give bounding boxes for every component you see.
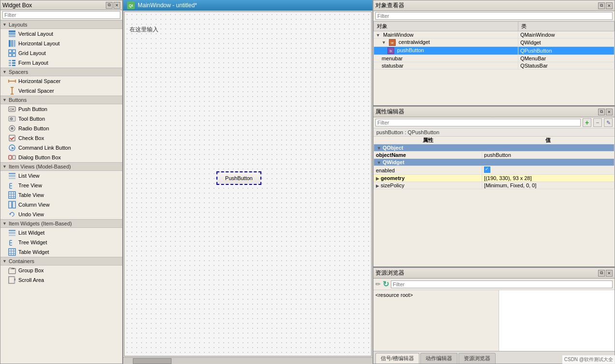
vertical-spacer-icon xyxy=(8,87,16,95)
enabled-checkbox[interactable] xyxy=(484,167,490,173)
resource-preview xyxy=(499,290,615,351)
prop-geometry-value[interactable]: [(190, 330), 93 x 28] xyxy=(482,175,615,182)
widget-box-filter-row xyxy=(0,10,122,20)
svg-rect-8 xyxy=(9,54,12,56)
widget-box-controls: ⧉ ✕ xyxy=(106,2,120,9)
property-table: 属性 值 ▼QObject objectName pushButton xyxy=(373,137,615,189)
prop-row-geometry[interactable]: ▶geometry [(190, 330), 93 x 28] xyxy=(374,175,615,182)
widget-box-close-btn[interactable]: ✕ xyxy=(114,2,120,9)
prop-add-btn[interactable]: + xyxy=(583,118,591,127)
property-editor-restore-btn[interactable]: ⧉ xyxy=(598,109,605,115)
pushbutton-icon: b xyxy=(387,47,394,54)
table-row[interactable]: b pushButton QPushButton xyxy=(374,47,615,55)
tab-resource-browser[interactable]: 资源浏览器 xyxy=(458,353,496,364)
category-item-views[interactable]: ▼ Item Views (Model-Based) xyxy=(0,162,122,171)
object-name-cell: ▼ w centralwidget xyxy=(374,39,518,47)
svg-rect-50 xyxy=(9,235,15,236)
grid-layout-label: Grid Layout xyxy=(18,50,46,56)
resource-filter-input[interactable] xyxy=(391,280,613,288)
object-inspector-filter-input[interactable] xyxy=(375,12,613,20)
tab-signal-slot[interactable]: 信号/槽编辑器 xyxy=(375,353,419,364)
widget-table-widget[interactable]: Table Widget xyxy=(0,247,122,257)
resource-content: <resource root> xyxy=(373,290,615,351)
tab-action-editor[interactable]: 动作编辑器 xyxy=(420,353,458,364)
table-row[interactable]: menubar QMenuBar xyxy=(374,55,615,62)
prop-row[interactable]: ▶sizePolicy [Minimum, Fixed, 0, 0] xyxy=(374,182,615,189)
prop-objectname-value[interactable]: pushButton xyxy=(482,152,615,159)
table-view-label: Table View xyxy=(18,192,44,198)
category-spacers[interactable]: ▼ Spacers xyxy=(0,68,122,76)
widget-push-button[interactable]: OK Push Button xyxy=(0,104,122,114)
widget-check-box[interactable]: Check Box xyxy=(0,133,122,143)
category-item-widgets[interactable]: ▼ Item Widgets (Item-Based) xyxy=(0,219,122,228)
prop-enabled-value[interactable] xyxy=(482,166,615,175)
pushbutton-widget[interactable]: PushButton xyxy=(216,171,261,185)
object-tree-table: 对象 类 ▼ MainWindow QMainWindow ▼ xyxy=(373,21,615,70)
qobject-expand-arrow: ▼ xyxy=(377,146,381,151)
widget-grid-layout[interactable]: Grid Layout xyxy=(0,48,122,58)
widget-scroll-area[interactable]: Scroll Area xyxy=(0,275,122,285)
svg-rect-35 xyxy=(9,178,15,179)
widget-list-view[interactable]: List View xyxy=(0,171,122,181)
widget-horizontal-layout[interactable]: Horizontal Layout xyxy=(0,39,122,48)
widget-horizontal-spacer[interactable]: Horizontal Spacer xyxy=(0,76,122,86)
table-row[interactable]: ▼ w centralwidget QWidget xyxy=(374,39,615,47)
widget-vertical-layout[interactable]: Vertical Layout xyxy=(0,29,122,39)
widget-form-layout[interactable]: Form Layout xyxy=(0,58,122,68)
object-inspector-restore-btn[interactable]: ⧉ xyxy=(598,2,605,9)
svg-rect-48 xyxy=(9,230,15,231)
design-canvas[interactable]: 在这里输入 PushButton xyxy=(124,12,372,356)
centralwidget-icon: w xyxy=(389,39,396,46)
horizontal-spacer-icon xyxy=(8,77,16,85)
scrollbar-thumb[interactable] xyxy=(133,358,172,364)
widget-vertical-spacer[interactable]: Vertical Spacer xyxy=(0,86,122,96)
widget-undo-view[interactable]: Undo View xyxy=(0,210,122,219)
resource-browser-restore-btn[interactable]: ⧉ xyxy=(598,270,605,277)
prop-edit-btn[interactable]: ✎ xyxy=(604,118,613,127)
svg-rect-63 xyxy=(9,277,14,283)
widget-dialog-button-box[interactable]: Dialog Button Box xyxy=(0,153,122,162)
svg-rect-40 xyxy=(9,192,15,198)
table-row[interactable]: statusbar QStatusBar xyxy=(374,62,615,70)
qwidget-expand-arrow: ▼ xyxy=(377,160,381,165)
widget-tree-view[interactable]: Tree View xyxy=(0,181,122,190)
widget-tree-widget[interactable]: Tree Widget xyxy=(0,238,122,247)
svg-text:➤: ➤ xyxy=(11,145,14,151)
resource-toolbar: ✏ ↻ xyxy=(373,279,615,290)
widget-radio-button[interactable]: Radio Button xyxy=(0,124,122,133)
object-centralwidget: centralwidget xyxy=(399,39,430,45)
category-layouts[interactable]: ▼ Layouts xyxy=(0,20,122,29)
property-filter-input[interactable] xyxy=(375,119,581,126)
prop-category-qwidget: ▼QWidget xyxy=(374,159,615,166)
svg-text:⚙: ⚙ xyxy=(10,117,13,121)
table-row[interactable]: ▼ MainWindow QMainWindow xyxy=(374,31,615,39)
widget-box-filter-input[interactable] xyxy=(2,11,120,19)
prop-row[interactable]: objectName pushButton xyxy=(374,152,615,159)
widget-column-view[interactable]: Column View xyxy=(0,200,122,210)
widget-table-view[interactable]: Table View xyxy=(0,190,122,200)
category-buttons[interactable]: ▼ Buttons xyxy=(0,96,122,104)
column-view-label: Column View xyxy=(18,202,50,208)
resource-browser-panel: 资源浏览器 ⧉ ✕ ✏ ↻ <resource root> 信号/槽编辑器 动作… xyxy=(373,267,615,364)
widget-command-link[interactable]: ➤ Command Link Button xyxy=(0,143,122,153)
resource-browser-close-btn[interactable]: ✕ xyxy=(606,270,613,277)
prop-remove-btn[interactable]: − xyxy=(593,118,602,127)
pencil-icon[interactable]: ✏ xyxy=(375,280,381,288)
refresh-icon[interactable]: ↻ xyxy=(383,280,389,289)
prop-row[interactable]: enabled xyxy=(374,166,615,175)
horizontal-spacer-label: Horizontal Spacer xyxy=(18,78,60,84)
push-button-label: Push Button xyxy=(18,106,47,112)
widget-box-restore-btn[interactable]: ⧉ xyxy=(106,2,113,9)
property-filter-row: + − ✎ xyxy=(373,117,615,128)
widget-list-widget[interactable]: List Widget xyxy=(0,228,122,238)
tool-button-icon: ⚙ xyxy=(8,115,16,123)
canvas-scrollbar[interactable] xyxy=(123,357,372,364)
class-name-cell: QPushButton xyxy=(518,47,614,55)
category-containers[interactable]: ▼ Containers xyxy=(0,257,122,266)
widget-group-box[interactable]: Title Group Box xyxy=(0,266,122,275)
object-inspector-close-btn[interactable]: ✕ xyxy=(606,2,613,9)
widget-tool-button[interactable]: ⚙ Tool Button xyxy=(0,114,122,124)
property-editor-close-btn[interactable]: ✕ xyxy=(606,109,613,115)
svg-rect-6 xyxy=(9,50,12,53)
prop-sizepolicy-value[interactable]: [Minimum, Fixed, 0, 0] xyxy=(482,182,615,189)
